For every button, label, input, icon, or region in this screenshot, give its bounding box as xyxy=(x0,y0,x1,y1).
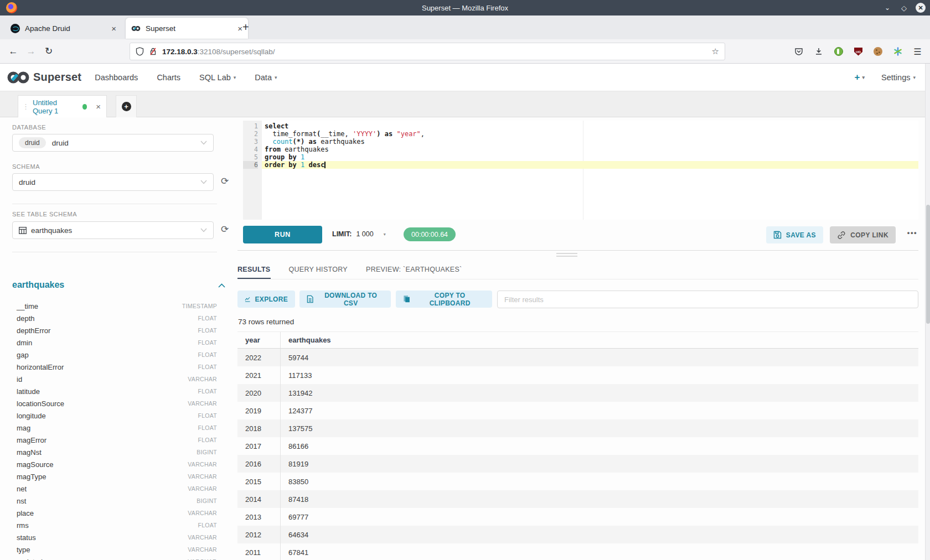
window-minimize-button[interactable]: ⌄ xyxy=(882,3,892,13)
code-line: order by 1 desc xyxy=(262,161,918,169)
column-row[interactable]: magSourceVARCHAR xyxy=(12,458,217,470)
add-new-menu[interactable]: +▾ xyxy=(855,72,865,83)
tab-close-icon[interactable]: × xyxy=(104,24,116,33)
column-row[interactable]: depthErrorFLOAT xyxy=(12,324,217,336)
column-type: FLOAT xyxy=(198,388,217,395)
column-type: VARCHAR xyxy=(188,473,217,480)
settings-menu[interactable]: Settings▾ xyxy=(881,73,916,82)
collapse-chevron-icon[interactable] xyxy=(218,283,225,288)
column-row[interactable]: magNstBIGINT xyxy=(12,446,217,458)
superset-logo[interactable]: Superset xyxy=(7,70,81,85)
limit-control[interactable]: LIMIT: 1 000 ▾ xyxy=(332,230,386,238)
tab-query-history[interactable]: QUERY HISTORY xyxy=(289,260,348,279)
explore-button[interactable]: EXPLORE xyxy=(237,291,295,308)
reload-button[interactable]: ↻ xyxy=(40,45,58,57)
scrollbar-thumb[interactable] xyxy=(926,205,930,324)
back-button[interactable]: ← xyxy=(4,46,22,57)
code-line: count(*) as earthquakes xyxy=(262,138,918,146)
resize-drag-handle[interactable] xyxy=(556,253,577,258)
column-row[interactable]: longitudeFLOAT xyxy=(12,409,217,422)
column-type: FLOAT xyxy=(198,522,217,528)
forward-button[interactable]: → xyxy=(22,46,40,57)
table-cell: 2014 xyxy=(237,490,281,508)
column-row[interactable]: magErrorFLOAT xyxy=(12,434,217,446)
column-type: FLOAT xyxy=(198,339,217,346)
query-tab-untitled-query-1[interactable]: ⋮ Untitled Query 1 × xyxy=(18,95,107,117)
column-row[interactable]: magFLOAT xyxy=(12,422,217,434)
cookie-extension-icon[interactable] xyxy=(874,47,882,56)
new-tab-button[interactable]: + xyxy=(242,21,249,34)
column-row[interactable]: nstBIGINT xyxy=(12,495,217,507)
column-row[interactable]: idVARCHAR xyxy=(12,373,217,385)
editor-code-wrap[interactable]: select time_format(__time, 'YYYY') as "y… xyxy=(262,121,918,220)
browser-tab-apache-druid[interactable]: Apache Druid × xyxy=(5,18,122,39)
pocket-icon[interactable] xyxy=(794,47,803,56)
browser-tab-superset[interactable]: Superset × xyxy=(126,18,248,39)
url-bar[interactable]: 172.18.0.3:32108/superset/sqllab/ ☆ xyxy=(130,43,725,60)
insecure-lock-icon[interactable] xyxy=(149,47,157,56)
extension-asterisk-icon[interactable] xyxy=(893,47,902,56)
nav-item-sql-lab[interactable]: SQL Lab▾ xyxy=(199,73,236,82)
hamburger-menu-icon[interactable]: ☰ xyxy=(913,47,922,56)
nav-item-data[interactable]: Data▾ xyxy=(255,73,277,82)
refresh-tables-icon[interactable]: ⟳ xyxy=(219,224,230,235)
privacy-badger-icon[interactable] xyxy=(834,47,843,56)
code-line: from earthquakes xyxy=(262,146,918,153)
window-maximize-button[interactable]: ◇ xyxy=(899,3,909,13)
table-cell: 81919 xyxy=(281,455,308,473)
table-select[interactable]: earthquakes xyxy=(12,221,214,239)
chevron-down-icon: ▾ xyxy=(913,75,916,80)
table-cell: 131942 xyxy=(281,384,312,402)
column-row[interactable]: locationSourceVARCHAR xyxy=(12,397,217,409)
column-row[interactable]: placeVARCHAR xyxy=(12,507,217,519)
table-cell: 2015 xyxy=(237,473,281,490)
column-row[interactable]: gapFLOAT xyxy=(12,349,217,361)
copy-to-clipboard-button[interactable]: COPY TO CLIPBOARD xyxy=(396,291,492,308)
window-close-button[interactable]: ✕ xyxy=(916,3,926,13)
tab-close-icon[interactable]: × xyxy=(230,24,242,33)
table-schema-title[interactable]: earthquakes xyxy=(12,280,64,290)
schema-select[interactable]: druid xyxy=(12,173,214,191)
downloads-icon[interactable] xyxy=(814,47,823,56)
table-cell: 2013 xyxy=(237,508,281,526)
column-row[interactable]: dminFLOAT xyxy=(12,336,217,349)
schema-value: druid xyxy=(19,178,35,186)
nav-item-charts[interactable]: Charts xyxy=(157,73,180,82)
column-row[interactable]: updatedVARCHAR xyxy=(12,556,217,560)
refresh-schemas-icon[interactable]: ⟳ xyxy=(219,176,230,187)
run-button[interactable]: RUN xyxy=(243,226,322,243)
column-header-year[interactable]: year xyxy=(237,332,281,348)
more-menu-icon[interactable]: ••• xyxy=(907,229,917,237)
query-tab-close-icon[interactable]: × xyxy=(96,102,101,111)
ublock-origin-icon[interactable]: UO xyxy=(854,47,863,56)
column-row[interactable]: typeVARCHAR xyxy=(12,543,217,556)
column-row[interactable]: depthFLOAT xyxy=(12,312,217,324)
filter-results-input[interactable] xyxy=(497,291,918,308)
column-row[interactable]: netVARCHAR xyxy=(12,483,217,495)
column-row[interactable]: horizontalErrorFLOAT xyxy=(12,361,217,373)
tab-preview-earthquakes[interactable]: PREVIEW: `EARTHQUAKES` xyxy=(366,260,462,279)
save-as-button[interactable]: SAVE AS xyxy=(766,226,823,243)
nav-item-dashboards[interactable]: Dashboards xyxy=(95,73,138,82)
new-query-tab-button[interactable]: + xyxy=(116,95,137,117)
column-type: VARCHAR xyxy=(188,534,217,541)
download-to-csv-button[interactable]: DOWNLOAD TO CSV xyxy=(299,291,391,308)
column-name: gap xyxy=(17,351,29,359)
superset-infinity-icon xyxy=(7,70,30,85)
drag-handle-icon[interactable]: ⋮ xyxy=(22,102,29,111)
column-row[interactable]: __timeTIMESTAMP xyxy=(12,300,217,312)
column-name: updated xyxy=(17,558,43,560)
bookmark-star-icon[interactable]: ☆ xyxy=(712,46,719,56)
sql-editor[interactable]: 123456 select time_format(__time, 'YYYY'… xyxy=(243,121,918,220)
copy-link-button[interactable]: COPY LINK xyxy=(830,226,896,243)
column-header-earthquakes[interactable]: earthquakes xyxy=(281,336,331,344)
database-select[interactable]: druid druid xyxy=(12,134,214,152)
column-row[interactable]: magTypeVARCHAR xyxy=(12,470,217,483)
page-scrollbar[interactable] xyxy=(925,64,930,560)
column-row[interactable]: rmsFLOAT xyxy=(12,519,217,531)
column-row[interactable]: statusVARCHAR xyxy=(12,531,217,543)
column-row[interactable]: latitudeFLOAT xyxy=(12,385,217,397)
tab-results[interactable]: RESULTS xyxy=(237,260,271,279)
tracking-shield-icon[interactable] xyxy=(136,47,144,56)
table-cell: 87418 xyxy=(281,490,308,508)
